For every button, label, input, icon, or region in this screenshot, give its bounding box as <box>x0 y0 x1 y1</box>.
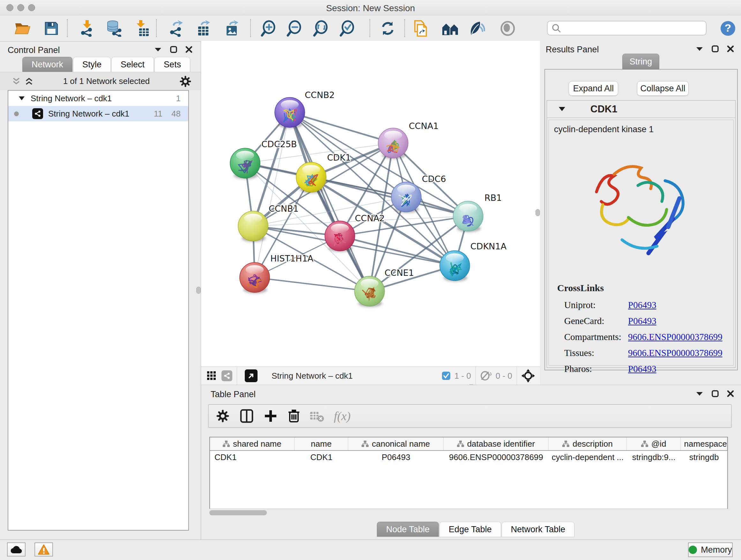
export-network-icon[interactable] <box>167 19 185 38</box>
table-cell[interactable]: CDK1 <box>294 451 348 463</box>
network-edge-HIST1H1A-CCNE1[interactable] <box>255 277 369 291</box>
panel-menu-icon[interactable] <box>696 46 703 51</box>
titlebar: Session: New Session <box>0 0 741 15</box>
crosslink-link[interactable]: P06493 <box>628 300 657 310</box>
panel-close-icon[interactable] <box>727 45 734 52</box>
hidden-eye-slash-icon[interactable] <box>480 371 492 381</box>
zoom-selected-icon[interactable] <box>338 19 357 38</box>
export-image-icon[interactable] <box>223 19 241 38</box>
panel-menu-icon[interactable] <box>154 47 162 52</box>
clone-network-icon[interactable] <box>411 19 430 38</box>
network-row[interactable]: String Network – cdk1 11 48 <box>8 106 188 121</box>
detach-view-icon[interactable] <box>245 369 258 382</box>
eye-icon[interactable] <box>498 19 517 38</box>
column-header-namespace[interactable]: namespace <box>681 437 727 450</box>
network-canvas[interactable]: CCNB2CCNA1CDC25BCDK1CDC6RB1CCNB1CCNA2CDK… <box>201 41 540 367</box>
expand-all-button[interactable]: Expand All <box>569 81 618 96</box>
tab-network[interactable]: Network <box>22 57 72 72</box>
selected-checkbox-icon[interactable] <box>442 371 451 380</box>
tab-edge-table[interactable]: Edge Table <box>440 522 501 537</box>
network-node-CCNB1[interactable]: CCNB1 <box>238 204 299 242</box>
table-cell[interactable]: stringdb <box>681 451 727 463</box>
cloud-button[interactable] <box>7 543 25 557</box>
network-edge-count: 48 <box>172 109 181 119</box>
network-node-CDKN1A[interactable]: CDKN1A <box>440 241 507 282</box>
table-cell[interactable]: stringdb:9... <box>627 451 681 463</box>
network-share-badge-icon[interactable] <box>221 370 232 381</box>
tree-expand-icon[interactable] <box>18 96 25 101</box>
zoom-fit-icon[interactable] <box>312 19 330 38</box>
node-table[interactable]: shared namenamecanonical namedatabase id… <box>209 437 728 509</box>
table-cell[interactable]: P06493 <box>348 451 444 463</box>
function-builder-icon[interactable]: f(x) <box>334 409 351 423</box>
left-splitter-handle[interactable] <box>196 287 201 294</box>
table-row[interactable]: CDK1CDK1P064939606.ENSP00000378699cyclin… <box>210 451 727 463</box>
export-table-icon[interactable] <box>194 19 213 38</box>
zoom-in-icon[interactable] <box>259 19 278 38</box>
table-cell[interactable]: 9606.ENSP00000378699 <box>444 451 549 463</box>
right-splitter-handle[interactable] <box>536 209 540 216</box>
protein-section-header[interactable]: CDK1 <box>547 101 735 118</box>
table-settings-gear-icon[interactable] <box>216 410 229 422</box>
network-node-CCNE1[interactable]: CCNE1 <box>354 268 414 307</box>
import-table-file-icon[interactable] <box>133 19 151 38</box>
crosslink-link[interactable]: P06493 <box>628 316 657 326</box>
table-cell[interactable]: cyclin-dependent ... <box>549 451 627 463</box>
collapse-all-button[interactable]: Collapse All <box>637 81 689 96</box>
network-node-CCNA1[interactable]: CCNA1 <box>378 121 439 159</box>
horizontal-scrollbar[interactable] <box>209 510 728 516</box>
crosslink-link[interactable]: 9606.ENSP00000378699 <box>628 332 723 342</box>
network-edge-CCNB2-CCNE1[interactable] <box>290 112 369 291</box>
column-header-shared-name[interactable]: shared name <box>210 437 294 450</box>
help-icon[interactable]: ? <box>719 19 737 38</box>
network-edge-CCNB2-CCNA1[interactable] <box>290 112 393 143</box>
panel-float-icon[interactable] <box>712 45 719 52</box>
network-node-RB1[interactable]: RB1 <box>453 193 502 232</box>
add-column-icon[interactable] <box>264 410 277 422</box>
tab-select[interactable]: Select <box>111 57 154 72</box>
crosslink-link[interactable]: P06493 <box>628 364 657 374</box>
tab-network-table[interactable]: Network Table <box>502 522 575 537</box>
column-header-database-identifier[interactable]: database identifier <box>444 437 549 450</box>
delete-table-icon[interactable] <box>310 410 324 422</box>
network-edge-CCNB2-HIST1H1A[interactable] <box>255 112 290 277</box>
delete-column-trash-icon[interactable] <box>288 409 300 423</box>
section-collapse-icon[interactable] <box>558 107 565 111</box>
open-session-icon[interactable] <box>13 19 32 38</box>
zoom-out-icon[interactable] <box>285 19 304 38</box>
scrollbar-thumb[interactable] <box>209 510 267 515</box>
search-input[interactable] <box>561 23 706 33</box>
tab-sets[interactable]: Sets <box>154 57 190 72</box>
panel-menu-icon[interactable] <box>696 391 703 396</box>
crosslink-link[interactable]: 9606.ENSP00000378699 <box>628 348 723 358</box>
birds-eye-crosshair-icon[interactable] <box>522 369 535 382</box>
search-box[interactable] <box>547 21 706 36</box>
show-columns-icon[interactable] <box>240 409 253 423</box>
refresh-icon[interactable] <box>379 19 397 38</box>
expand-all-icon[interactable] <box>25 78 33 85</box>
collapse-all-icon[interactable] <box>12 78 20 85</box>
column-header-canonical-name[interactable]: canonical name <box>348 437 444 450</box>
tab-node-table[interactable]: Node Table <box>377 522 439 537</box>
warnings-button[interactable] <box>35 543 53 557</box>
network-options-gear-icon[interactable] <box>180 76 191 87</box>
tab-style[interactable]: Style <box>73 57 111 72</box>
import-network-file-icon[interactable] <box>77 19 96 38</box>
column-header-name[interactable]: name <box>294 437 348 450</box>
network-node-HIST1H1A[interactable]: HIST1H1A <box>240 253 314 294</box>
save-session-icon[interactable] <box>42 19 61 38</box>
panel-close-icon[interactable] <box>185 46 192 53</box>
grid-view-icon[interactable] <box>207 371 216 381</box>
table-cell[interactable]: CDK1 <box>210 451 294 463</box>
tab-string[interactable]: String <box>622 54 659 70</box>
panel-close-icon[interactable] <box>727 390 734 397</box>
panel-float-icon[interactable] <box>170 46 177 53</box>
column-header-description[interactable]: description <box>549 437 627 450</box>
column-header--id[interactable]: @id <box>627 437 681 450</box>
import-network-database-icon[interactable] <box>105 19 123 38</box>
network-collection-row[interactable]: String Network – cdk1 1 <box>8 91 188 106</box>
publications-leaf-icon[interactable] <box>468 19 486 38</box>
network-overview-houses-icon[interactable] <box>441 19 460 38</box>
panel-float-icon[interactable] <box>712 390 719 397</box>
memory-button[interactable]: Memory <box>688 543 733 557</box>
